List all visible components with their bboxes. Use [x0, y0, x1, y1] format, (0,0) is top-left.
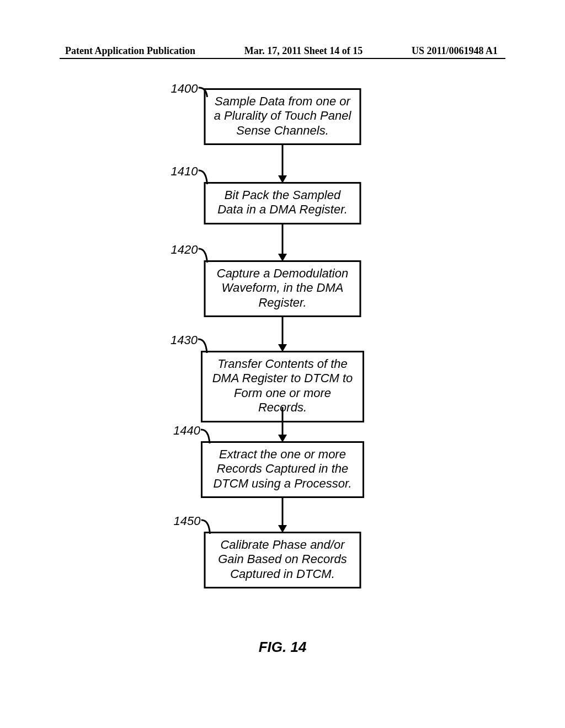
callout-hook-icon — [198, 338, 210, 354]
callout-hook-icon — [201, 428, 213, 445]
arrow-line — [282, 497, 284, 526]
arrow-line — [282, 317, 284, 345]
step-number-1420: 1420 — [171, 243, 198, 257]
flow-step-1420: 1420 Capture a Demodulation Waveform, in… — [204, 260, 361, 317]
flow-step-1440: 1440 Extract the one or more Records Cap… — [201, 441, 364, 498]
figure-label: FIG. 14 — [0, 639, 565, 656]
step-box-1420: Capture a Demodulation Waveform, in the … — [204, 260, 361, 317]
flow-step-1410: 1410 Bit Pack the Sampled Data in a DMA … — [204, 182, 361, 224]
step-box-1440: Extract the one or more Records Captured… — [201, 441, 364, 498]
header-date-sheet: Mar. 17, 2011 Sheet 14 of 15 — [244, 45, 363, 57]
flow-step-1450: 1450 Calibrate Phase and/or Gain Based o… — [204, 532, 361, 588]
callout-hook-icon — [199, 86, 211, 98]
callout-hook-icon — [201, 518, 214, 535]
callout-hook-icon — [199, 169, 211, 185]
step-number-1400: 1400 — [171, 82, 198, 96]
step-box-1410: Bit Pack the Sampled Data in a DMA Regis… — [204, 182, 361, 224]
arrow-line — [282, 407, 284, 436]
flow-step-1400: 1400 Sample Data from one or a Plurality… — [204, 88, 361, 145]
header-divider — [60, 58, 505, 59]
step-number-1410: 1410 — [171, 164, 198, 179]
header-patent-number: US 2011/0061948 A1 — [412, 45, 498, 57]
arrow-line — [282, 144, 284, 176]
step-box-1400: Sample Data from one or a Plurality of T… — [204, 88, 361, 145]
step-number-1440: 1440 — [173, 424, 200, 438]
step-number-1450: 1450 — [174, 514, 201, 528]
header-publication-label: Patent Application Publication — [65, 45, 195, 57]
step-box-1450: Calibrate Phase and/or Gain Based on Rec… — [204, 532, 361, 588]
callout-hook-icon — [199, 247, 211, 264]
step-number-1430: 1430 — [170, 333, 198, 347]
arrow-line — [282, 223, 284, 255]
